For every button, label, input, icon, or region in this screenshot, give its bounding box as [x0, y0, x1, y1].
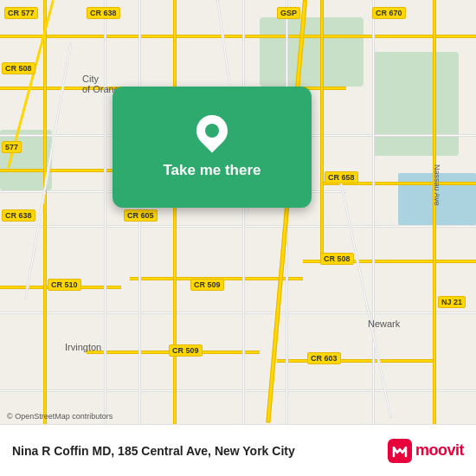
road-v-mid	[173, 0, 177, 424]
cr-label-510: CR 510	[48, 279, 81, 291]
road-v-cr577	[43, 0, 47, 424]
location-pin-icon	[196, 115, 228, 155]
moovit-m-svg	[391, 442, 408, 460]
newark-label: Newark	[368, 318, 400, 329]
road-v-right	[320, 0, 324, 260]
location-title: Nina R Coffin MD, 185 Central Ave, New Y…	[12, 444, 295, 458]
bottom-bar: Nina R Coffin MD, 185 Central Ave, New Y…	[0, 424, 476, 476]
road-v-white-1	[104, 0, 106, 424]
road-v-nj21	[433, 0, 436, 424]
cr-label-nj21: NJ 21	[438, 296, 466, 308]
osm-copyright: © OpenStreetMap contributors	[7, 412, 113, 421]
road-cr603	[277, 359, 433, 363]
cr-label-638-mid: CR 638	[2, 209, 35, 222]
cr-label-508-top: CR 508	[2, 62, 35, 74]
road-cr638-mid	[0, 169, 130, 172]
map-container: CR 577 CR 638 CR 670 GSP CR 508 577 CR 6…	[0, 0, 476, 424]
cr-label-603: CR 603	[307, 352, 341, 364]
cr-label-gsp: GSP	[277, 7, 300, 19]
road-white-3	[0, 312, 476, 314]
moovit-logo: moovit	[388, 439, 464, 463]
road-v-white-2	[242, 0, 245, 424]
cr-label-577-mid: 577	[2, 141, 22, 153]
cr-label-509-bot: CR 509	[169, 344, 203, 357]
cr-label-658: CR 658	[325, 171, 358, 183]
map-attribution: © OpenStreetMap contributors	[7, 412, 113, 421]
nassau-ave-label: Nassau Ave	[433, 164, 441, 206]
take-me-there-label: Take me there	[163, 162, 261, 179]
pin-inner-circle	[205, 124, 219, 138]
moovit-brand-text: moovit	[415, 441, 464, 460]
road-cr638-top	[0, 35, 476, 38]
road-white-4	[0, 389, 476, 392]
moovit-icon	[388, 439, 412, 463]
cr-label-670: CR 670	[372, 7, 406, 19]
park-area	[260, 17, 363, 87]
cr-label-509-mid: CR 509	[190, 279, 224, 291]
cr-label-577-top: CR 577	[4, 7, 38, 19]
park-area-3	[372, 52, 459, 156]
road-v-white-3	[372, 0, 375, 424]
irvington-label: Irvington	[65, 342, 101, 352]
cr-label-605: CR 605	[124, 209, 158, 222]
location-info: Nina R Coffin MD, 185 Central Ave, New Y…	[12, 444, 295, 458]
cr-label-638-top: CR 638	[87, 7, 120, 19]
cr-label-508-right: CR 508	[320, 253, 354, 265]
road-white-2	[0, 225, 476, 228]
take-me-there-button[interactable]: Take me there	[113, 87, 312, 208]
